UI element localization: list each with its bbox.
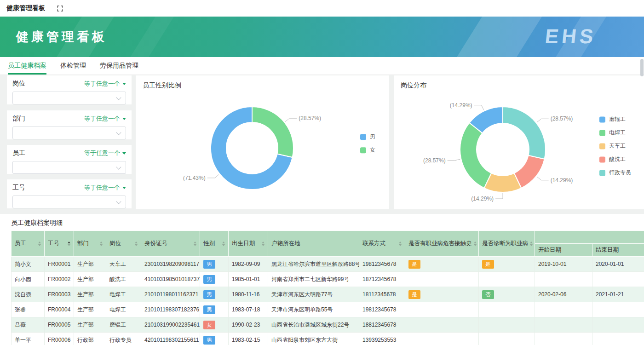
column-header-label: 工号 — [48, 240, 59, 247]
filter-select-employee-no[interactable] — [12, 196, 126, 208]
cell-开始日期 — [535, 333, 592, 345]
filter-operator-dropdown[interactable]: 等于任意一个 — [84, 149, 126, 157]
tab-checkup-management[interactable]: 体检管理 — [60, 57, 86, 75]
pie-slice-percentage-label: (14.29%) — [450, 102, 472, 109]
vertical-scrollbar-thumb[interactable] — [640, 59, 644, 76]
pie-slice-行政专员[interactable] — [503, 107, 546, 159]
sort-icon — [38, 242, 41, 246]
health-dashboard-app: 健康管理看板 健康管理看板 EHS 员工健康档案体检管理劳保用品管理 岗位等于任… — [0, 0, 644, 345]
column-header-出生日期[interactable]: 出生日期 — [229, 231, 268, 257]
pie-slice-percentage-label: (71.43%) — [183, 175, 206, 181]
sort-icon — [68, 242, 70, 246]
cell-出生日期: 1983-07-18 — [229, 302, 268, 317]
cell-是否诊断为职业病 — [479, 302, 535, 317]
column-header-岗位[interactable]: 岗位 — [106, 231, 141, 257]
tab-employee-health-archive[interactable]: 员工健康档案 — [8, 57, 46, 75]
filter-select-position[interactable] — [12, 92, 126, 104]
cell-员工: 简小文 — [12, 257, 45, 272]
gender-badge: 男 — [203, 275, 215, 284]
cell-身份证号: 420101198302155611 — [141, 333, 200, 345]
column-header-性别[interactable]: 性别 — [200, 231, 229, 257]
legend-item-天车工[interactable]: 天车工 — [599, 142, 631, 150]
legend-item-男[interactable]: 男 — [360, 133, 375, 141]
caret-down-icon — [122, 83, 126, 85]
cell-联系方式: 18112345678 — [359, 287, 405, 302]
legend-item-行政专员[interactable]: 行政专员 — [599, 169, 631, 177]
cell-出生日期: 1980-11-16 — [229, 287, 268, 302]
sort-icon — [194, 242, 196, 246]
column-header-身份证号[interactable]: 身份证号 — [141, 231, 200, 257]
cell-是否诊断为职业病 — [479, 333, 535, 345]
cell-身份证号: 230103198209098117 — [141, 257, 200, 272]
cell-开始日期 — [535, 317, 592, 333]
legend-label: 天车工 — [609, 142, 626, 150]
column-header-员工[interactable]: 员工 — [12, 231, 45, 257]
chevron-down-icon — [116, 164, 121, 169]
column-header-部门[interactable]: 部门 — [74, 231, 106, 257]
chart-legend: 磨辊工电焊工天车工酸洗工行政专员 — [599, 115, 631, 177]
cell-开始日期: 2019-10-01 — [535, 257, 592, 272]
sort-icon — [100, 242, 103, 246]
legend-swatch — [599, 116, 605, 122]
sort-asc-icon — [100, 242, 103, 243]
gender-badge: 女 — [203, 321, 215, 329]
status-badge: 是 — [482, 260, 494, 269]
legend-item-电焊工[interactable]: 电焊工 — [599, 129, 631, 137]
column-header-联系方式[interactable]: 联系方式 — [359, 231, 405, 257]
cell-岗位: 天车工 — [106, 257, 141, 272]
sort-asc-icon — [530, 242, 533, 243]
caret-down-icon — [122, 187, 126, 189]
cell-是否诊断为职业病: 否 — [479, 287, 535, 302]
sort-icon — [222, 242, 225, 246]
legend-item-酸洗工[interactable]: 酸洗工 — [599, 155, 631, 163]
cell-工号: FR00003 — [45, 287, 74, 302]
filter-operator-label: 等于任意一个 — [84, 115, 120, 123]
legend-label: 电焊工 — [609, 129, 626, 137]
legend-label: 磨辊工 — [609, 115, 626, 123]
cell-开始日期: 2020-02-06 — [535, 287, 592, 302]
fullscreen-expand-icon[interactable] — [57, 6, 63, 12]
filter-select-employee[interactable] — [12, 161, 126, 174]
tab-ppe-management[interactable]: 劳保用品管理 — [100, 57, 138, 75]
legend-item-女[interactable]: 女 — [360, 146, 375, 154]
pie-slice-女[interactable] — [252, 107, 293, 157]
column-header-是否诊断为职业病[interactable]: 是否诊断为职业病 — [479, 231, 535, 257]
cell-是否有职业病危害接触史: 是 — [405, 287, 479, 302]
cell-联系方式: 18712345678 — [359, 272, 405, 287]
pie-slice-酸洗工[interactable] — [514, 155, 545, 188]
filter-card-department: 部门等于任意一个 — [7, 110, 132, 139]
filter-operator-dropdown[interactable]: 等于任意一个 — [84, 115, 126, 123]
cell-是否诊断为职业病 — [479, 317, 535, 333]
cell-结束日期 — [592, 317, 644, 333]
filter-operator-dropdown[interactable]: 等于任意一个 — [84, 80, 126, 88]
gender-ratio-chart-card: 员工性别比例 (71.43%)(28.57%) 男女 — [136, 75, 389, 209]
cell-工号: FR00004 — [45, 302, 74, 317]
cell-结束日期: 2021-01-21 — [592, 287, 644, 302]
label-leader-line — [537, 119, 548, 122]
filter-card-employee-no: 工号等于任意一个 — [7, 179, 132, 208]
cell-结束日期: 2020-01-01 — [592, 257, 644, 272]
chevron-down-icon — [116, 199, 121, 204]
cell-员工: 吕薇 — [12, 317, 45, 333]
cell-部门: 生产部 — [74, 317, 106, 333]
legend-item-磨辊工[interactable]: 磨辊工 — [599, 115, 631, 123]
filter-card-employee: 员工等于任意一个 — [7, 145, 132, 174]
column-header-工号[interactable]: 工号 — [45, 231, 74, 257]
filter-label: 岗位 — [12, 80, 25, 88]
column-header-是否有职业病危害接触史[interactable]: 是否有职业病危害接触史 — [405, 231, 479, 257]
sort-asc-icon — [222, 242, 225, 243]
column-header-label: 出生日期 — [232, 240, 255, 247]
cell-出生日期: 1982-09-09 — [229, 257, 268, 272]
banner-decoration — [121, 17, 183, 57]
status-badge: 是 — [408, 290, 420, 299]
column-header-开始日期: 开始日期 — [535, 244, 592, 257]
filter-select-department[interactable] — [12, 126, 126, 139]
pie-slice-电焊工[interactable] — [460, 123, 491, 188]
filter-operator-dropdown[interactable]: 等于任意一个 — [84, 184, 126, 192]
table-row: 向小园FR00002生产部酸洗工410103198501018737男1985-… — [12, 272, 644, 287]
filter-label: 员工 — [12, 149, 25, 157]
cell-身份证号: 210101198307182376 — [141, 302, 200, 317]
label-leader-line — [207, 174, 219, 178]
pie-slice-percentage-label: (14.29%) — [551, 177, 573, 184]
sort-desc-icon — [135, 244, 138, 246]
